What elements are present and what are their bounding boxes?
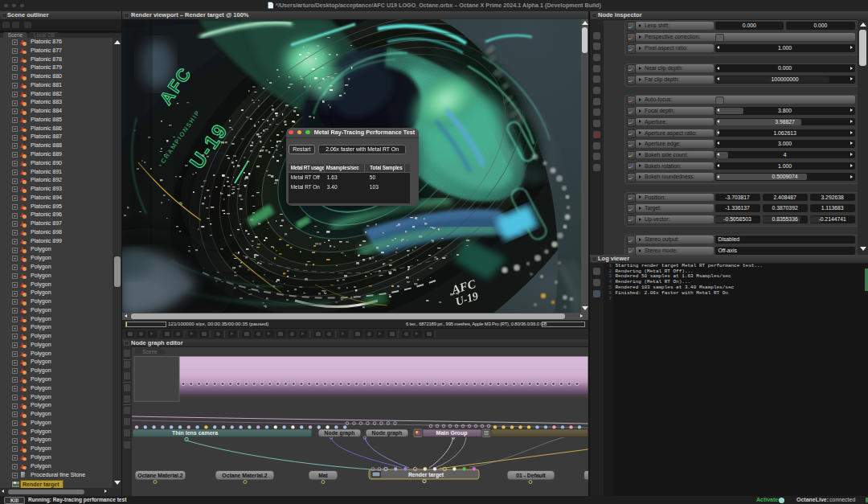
svg-text:Octane Material.2: Octane Material.2 <box>222 473 268 478</box>
svg-text:Main Group: Main Group <box>436 430 468 436</box>
svg-text:Octane Material.2: Octane Material.2 <box>137 473 183 478</box>
svg-text:Mat: Mat <box>318 473 328 478</box>
svg-text:Render target: Render target <box>408 472 444 478</box>
svg-text:Node graph: Node graph <box>325 430 355 436</box>
svg-text:Thin lens camera: Thin lens camera <box>172 430 218 436</box>
svg-text:Node graph: Node graph <box>372 430 403 436</box>
svg-text:01 - Default: 01 - Default <box>516 473 546 478</box>
